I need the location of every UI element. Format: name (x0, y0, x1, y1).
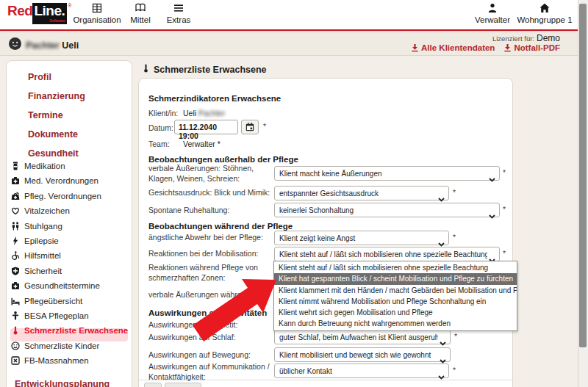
menu-extras[interactable]: Extras (160, 2, 197, 24)
user-switcher[interactable]: Verwalter (469, 2, 516, 24)
logo-box: Line. Software (32, 3, 67, 24)
download-icon (411, 43, 419, 52)
client-lastname-censored: Pachter (26, 40, 60, 51)
select-bewegung[interactable]: Klient mobilisiert und bewegt sich wie g… (274, 347, 451, 362)
menu-icon (160, 2, 197, 13)
page-title: Schmerzliste Erwachsene (154, 65, 267, 75)
section-title-ausserhalb: Beobachtungen außerhalb der Pflege (148, 155, 298, 164)
first-aid-case-icon (11, 176, 20, 185)
required-marker: * (453, 233, 456, 242)
required-marker: * (453, 366, 456, 375)
group-label: Wohngruppe 1 (516, 15, 573, 24)
chevron-down-icon (489, 209, 495, 222)
user-label: Verwalter (469, 15, 516, 24)
home-icon (516, 2, 573, 13)
calendar-button[interactable] (241, 120, 259, 134)
required-marker: * (503, 249, 506, 258)
team-value: Verwalter * (183, 140, 220, 148)
dropdown-option[interactable]: Klient steht auf / läßt sich mobilisiere… (274, 262, 517, 273)
care-case-icon (11, 192, 20, 200)
mobilisation-dropdown-list: Klient steht auf / läßt sich mobilisiere… (273, 261, 517, 331)
form-title: Schmerzindikatoren Erwachsene (148, 94, 281, 103)
bed-icon (11, 297, 20, 305)
sidebar-item-entwicklungsplanung[interactable]: Entwicklungsplanung (15, 379, 110, 387)
klient-value: Ueli Pachter (183, 109, 225, 117)
heart-icon (11, 206, 20, 215)
section-title-auswirkungen: Auswirkungen auf Aktivitäten (148, 308, 267, 317)
wheelchair-icon (11, 251, 20, 260)
chevron-down-icon (438, 369, 445, 383)
all-client-data-link[interactable]: Alle Klientendaten (411, 43, 495, 52)
row-schlaf-label: Auswirkungen auf Schlaf: (148, 333, 272, 343)
chevron-down-icon (489, 172, 495, 185)
footer-button-stub[interactable] (165, 383, 201, 387)
dropdown-option[interactable]: Kann durch Betreuung nicht wahrgenommen … (274, 318, 517, 329)
dropdown-option[interactable]: Klient klammert mit den Händen / macht G… (274, 285, 517, 296)
row-verbale-label: verbale Äußerungen: Stöhnen, Klagen, Wei… (148, 164, 272, 184)
sidebar-item-finanzierung[interactable]: Finanzierung (28, 91, 85, 101)
section-title-waehrend: Beobachtungen während der Pflege (148, 222, 293, 231)
footer-button-stub[interactable] (144, 383, 162, 387)
logo-subtext: Software (34, 18, 65, 24)
form-footer-divider (139, 380, 512, 380)
notfall-pdf-link[interactable]: Notfall-PDF (503, 43, 560, 52)
license-value: Demo (537, 33, 560, 43)
klient-label: Klient/in: (148, 109, 178, 119)
checkbox-icon (11, 356, 20, 365)
thermometer-icon (11, 326, 20, 335)
logo-text-red: Red (7, 3, 32, 19)
menu-mittel[interactable]: Mittel (123, 2, 157, 24)
sidebar-item-dokumente[interactable]: Dokumente (28, 129, 78, 140)
sidebar-item-profil[interactable]: Profil (28, 72, 51, 82)
select-schlaf[interactable]: guter Schlaf, beim Aufwachen ist Klient … (274, 330, 451, 344)
menu-organisation[interactable]: Organisation (71, 2, 123, 24)
app-window: Red Line. Software ® Organisation Mittel… (0, 0, 588, 387)
required-marker: * (454, 332, 457, 341)
shield-icon (11, 267, 20, 275)
select-gesichtsausdruck[interactable]: entspannter Gesichtsausdruck (274, 186, 449, 200)
required-marker: * (503, 205, 506, 214)
required-marker: * (503, 168, 506, 177)
sidebar-item-gesundheit[interactable]: Gesundheit (28, 148, 79, 159)
people-icon (11, 222, 20, 231)
required-marker: * (453, 188, 456, 197)
row-schmerzzonen-label: Reaktionen während Pflege von schmerzhaf… (148, 263, 273, 283)
child-face-icon (11, 341, 20, 350)
medication-icon (11, 162, 20, 170)
select-abwehr[interactable]: Klient zeigt keine Angst (274, 231, 449, 245)
menu-extras-label: Extras (160, 15, 197, 24)
menu-organisation-label: Organisation (71, 15, 123, 24)
license-label: Lizenziert für: (492, 35, 534, 43)
row-gesichtsausdruck-label: Gesichtsausdruck: Blick und Mimik: (148, 188, 272, 198)
datum-input[interactable]: 11.12.2040 19:00 (174, 120, 238, 134)
team-label: Team: (148, 140, 170, 150)
calendar-icon (245, 123, 254, 131)
redline-logo: Red Line. Software ® (7, 3, 71, 24)
logo-text-line: Line. (34, 3, 65, 18)
group-switcher[interactable]: Wohngruppe 1 (516, 2, 573, 24)
row-ruhehaltung-label: Spontane Ruhehaltung: (148, 206, 272, 216)
select-mobilisation-open[interactable]: Klient steht auf / läßt sich mobilisiere… (274, 247, 500, 261)
menu-mittel-label: Mittel (123, 15, 157, 24)
scrollbar-thumb[interactable] (579, 4, 587, 347)
select-verbale-aeusserungen[interactable]: Klient macht keine Äußerungen (274, 166, 500, 181)
dropdown-option-highlighted[interactable]: Klient hat gespannten Blick / scheint Mo… (274, 273, 517, 284)
case-cross-icon (11, 281, 20, 290)
row-appetit-label: Auswirkungen auf Appetit: (148, 320, 272, 330)
person-icon (469, 2, 516, 13)
row-abwehr-label: ängstliche Abwehr bei der Pflege: (148, 233, 272, 243)
license-info: Lizenziert für: Demo (492, 33, 560, 43)
dropdown-option[interactable]: Klient nimmt während Mobilisation und Pf… (274, 296, 517, 307)
row-verbale-pflege-label: verbale Äußerungen während der Pflege: (148, 290, 266, 300)
select-kommunikation[interactable]: üblicher Kontakt (274, 364, 449, 378)
dropdown-option[interactable]: Klient wehrt sich gegen Mobilisation und… (274, 307, 517, 318)
row-mobilisation-label: Reaktionen bei der Mobilisation: (148, 249, 272, 259)
select-ruhehaltung[interactable]: keinerlei Schonhaltung (274, 203, 500, 217)
client-links: Alle Klientendaten Notfall-PDF (411, 43, 560, 52)
datum-label: Datum: (148, 123, 173, 134)
client-avatar (9, 37, 21, 50)
sidebar-item-termine[interactable]: Termine (28, 110, 63, 120)
klient-lastname-censored: Pachter (198, 109, 225, 117)
book-icon (123, 2, 157, 13)
download-icon (503, 43, 512, 52)
